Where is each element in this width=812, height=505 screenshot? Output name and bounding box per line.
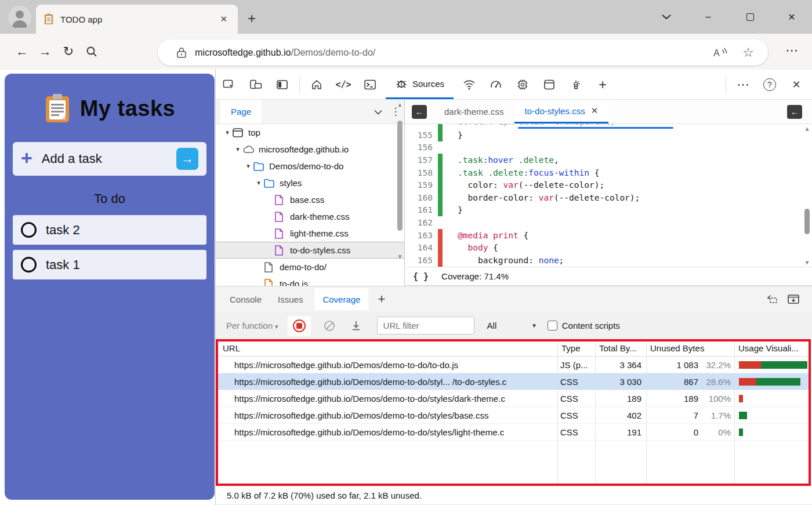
tree-item-base-css[interactable]: base.css <box>216 191 404 208</box>
browser-tab[interactable]: TODO app ✕ <box>36 5 238 34</box>
devtools-more-menu[interactable]: ⋯ <box>733 75 753 95</box>
tree-item-demo-to-do-[interactable]: demo-to-do/ <box>216 259 404 275</box>
task-checkbox[interactable] <box>21 222 37 238</box>
tree-item-dark-theme-css[interactable]: dark-theme.css <box>216 208 404 225</box>
url-bar[interactable]: microsoftedge.github.io/Demos/demo-to-do… <box>158 39 768 66</box>
column-header-total-bytes[interactable]: Total By... <box>599 339 644 357</box>
back-button[interactable]: ← <box>10 40 34 63</box>
activity-bar-layout-icon[interactable] <box>273 75 292 95</box>
editor-back-icon[interactable]: ← <box>412 105 427 119</box>
export-download-icon[interactable] <box>345 320 368 332</box>
memory-chip-icon[interactable] <box>513 75 532 95</box>
tab-console[interactable]: Console <box>222 286 270 313</box>
line-number[interactable]: 161 <box>405 205 433 215</box>
column-header-type[interactable]: Type <box>561 339 593 357</box>
editor-tab-to-do-styles[interactable]: to-do-styles.css ✕ <box>514 100 609 123</box>
editor-scrollbar[interactable]: ▲ ▼ <box>803 124 811 267</box>
chevron-down-icon[interactable]: ▾ <box>532 322 536 329</box>
scrollbar-thumb[interactable] <box>397 121 403 231</box>
expand-arrow-icon[interactable]: ▾ <box>223 129 232 136</box>
application-storage-icon[interactable] <box>539 75 559 95</box>
network-wifi-icon[interactable] <box>459 75 479 95</box>
tab-coverage[interactable]: Coverage <box>314 288 368 310</box>
expand-arrow-icon[interactable]: ▾ <box>233 146 242 153</box>
coverage-row[interactable]: https://microsoftedge.github.io/Demos/de… <box>216 407 811 424</box>
task-item[interactable]: task 1 <box>13 250 206 279</box>
lighthouse-icon[interactable] <box>566 75 586 95</box>
code-line[interactable]: 161} <box>405 204 812 217</box>
line-number[interactable]: 162 <box>405 218 433 227</box>
line-number[interactable]: 155 <box>405 130 433 140</box>
editor-tab-dark-theme[interactable]: dark-theme.css <box>434 100 514 123</box>
line-number[interactable]: 165 <box>405 256 433 265</box>
column-header-url[interactable]: URL <box>223 339 548 357</box>
code-line[interactable]: 158.task .delete:focus-within { <box>405 166 812 179</box>
format-braces-icon[interactable]: { } <box>413 271 429 282</box>
navigator-chevron-icon[interactable] <box>369 107 387 117</box>
tab-close-icon[interactable]: ✕ <box>216 13 231 26</box>
new-tab-button[interactable]: + <box>244 10 260 27</box>
code-line[interactable]: 164 body { <box>405 241 812 254</box>
code-line[interactable]: 157.task:hover .delete, <box>405 154 812 166</box>
tab-sources[interactable]: Sources <box>386 70 454 99</box>
add-task-submit-button[interactable]: → <box>176 148 198 170</box>
code-line[interactable]: 165 background: none; <box>405 254 812 267</box>
column-header-unused-bytes[interactable]: Unused Bytes <box>650 339 731 357</box>
task-item[interactable]: task 2 <box>13 215 206 245</box>
editor-tab-close-icon[interactable]: ✕ <box>591 106 599 116</box>
code-line[interactable]: 162 <box>405 216 812 229</box>
type-filter-dropdown[interactable]: All <box>487 321 497 330</box>
welcome-home-icon[interactable] <box>307 75 327 95</box>
devtools-help-icon[interactable]: ? <box>760 75 780 95</box>
code-line[interactable]: 163@media print { <box>405 229 812 242</box>
url-filter-input[interactable] <box>377 317 474 335</box>
elements-code-icon[interactable]: </> <box>334 75 353 95</box>
code-line[interactable]: 156 <box>405 141 812 154</box>
code-line[interactable]: 155} <box>405 129 812 141</box>
window-close-button[interactable]: ✕ <box>784 9 799 24</box>
line-number[interactable]: 160 <box>405 193 433 202</box>
line-number[interactable]: 156 <box>405 143 433 152</box>
column-header-usage-visualization[interactable]: Usage Visuali... <box>738 339 809 357</box>
coverage-row[interactable]: https://microsoftedge.github.io/Demos/de… <box>216 373 811 390</box>
reload-button[interactable]: ↻ <box>57 40 80 63</box>
code-line[interactable]: 159 color: var(--delete-color); <box>405 179 812 191</box>
performance-gauge-icon[interactable] <box>486 75 506 95</box>
add-task-input[interactable]: + Add a task → <box>13 142 206 176</box>
tree-item-light-theme-css[interactable]: light-theme.css <box>216 225 404 242</box>
stop-recording-button[interactable] <box>288 316 311 336</box>
tab-issues[interactable]: Issues <box>270 286 311 313</box>
tree-item-to-do-styles-css[interactable]: to-do-styles.css <box>216 242 404 259</box>
minimize-button[interactable]: – <box>701 9 716 24</box>
console-icon[interactable] <box>360 75 380 95</box>
code-viewer[interactable]: border: 1px solid transparent; 155}15615… <box>405 124 812 267</box>
editor-show-navigator-icon[interactable]: ← <box>787 105 802 119</box>
more-tools-plus-icon[interactable]: + <box>593 75 612 95</box>
search-icon[interactable] <box>80 40 103 63</box>
code-line[interactable]: 160 border-color: var(--delete-color); <box>405 191 812 204</box>
expand-arrow-icon[interactable]: ▾ <box>254 179 263 187</box>
tree-item-styles[interactable]: ▾styles <box>216 175 404 191</box>
tree-item-demos-demo-to-do[interactable]: ▾Demos/demo-to-do <box>216 158 404 175</box>
scrollbar-thumb[interactable] <box>804 209 810 234</box>
coverage-row[interactable]: https://microsoftedge.github.io/Demos/de… <box>216 357 811 373</box>
dock-bottom-icon[interactable] <box>783 293 804 305</box>
url-text[interactable]: microsoftedge.github.io/Demos/demo-to-do… <box>195 48 712 58</box>
read-aloud-icon[interactable]: A <box>712 46 727 59</box>
coverage-mode-dropdown[interactable]: Per function▾ <box>226 321 278 330</box>
line-number[interactable]: 164 <box>405 243 433 252</box>
profile-avatar[interactable] <box>8 6 31 29</box>
inspect-icon[interactable] <box>219 75 239 95</box>
line-number[interactable]: 159 <box>405 180 433 190</box>
tree-item-to-do-js[interactable]: to-do.js <box>216 275 404 286</box>
coverage-row[interactable]: https://microsoftedge.github.io/Demos/de… <box>216 390 811 407</box>
rotate-preview-icon[interactable] <box>762 293 783 305</box>
forward-button[interactable]: → <box>34 40 57 63</box>
favorites-star-icon[interactable]: ☆ <box>742 45 754 60</box>
browser-settings-menu[interactable]: ⋯ <box>782 43 803 58</box>
clear-icon[interactable] <box>318 319 341 332</box>
line-number[interactable]: 163 <box>405 231 433 240</box>
tree-item-microsoftedge-github-io[interactable]: ▾microsoftedge.github.io <box>216 141 404 158</box>
content-scripts-checkbox[interactable] <box>548 321 557 330</box>
navigator-scrollbar[interactable]: ▲ ▼ <box>396 100 404 261</box>
